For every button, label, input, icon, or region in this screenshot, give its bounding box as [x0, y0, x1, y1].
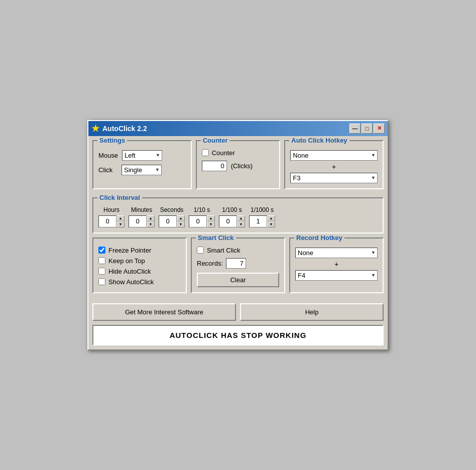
settings-panel: Settings Mouse Left Right Middle Click — [92, 140, 192, 189]
interval-col-hundredth: 1/100 s ▲ ▼ — [219, 206, 245, 227]
hours-input[interactable] — [98, 215, 116, 227]
hotkey-bottom-select[interactable]: F3 F1 F2 F4 F5 — [290, 173, 378, 183]
help-button[interactable]: Help — [240, 303, 384, 321]
tenth-spinner: ▲ ▼ — [189, 215, 215, 227]
record-hotkey-bottom-select[interactable]: F4 F1 F2 F3 F5 — [295, 270, 378, 281]
click-label: Click — [98, 166, 117, 174]
counter-checkbox-label: Counter — [212, 149, 235, 157]
show-autoclk-checkbox[interactable] — [98, 278, 105, 285]
interval-col-tenth: 1/10 s ▲ ▼ — [189, 206, 215, 227]
smartclick-checkbox-label: Smart Click — [207, 247, 240, 254]
interval-col-seconds: Seconds ▲ ▼ — [159, 206, 185, 227]
record-hotkey-top-select[interactable]: None Ctrl Alt Shift — [295, 248, 378, 258]
hundredth-label: 1/100 s — [222, 206, 242, 213]
hundredth-spinner-btns: ▲ ▼ — [237, 215, 245, 227]
thousandth-down-btn[interactable]: ▼ — [267, 221, 275, 227]
records-label: Records: — [197, 260, 223, 267]
hide-autoclk-label: Hide AutoClick — [108, 268, 151, 275]
seconds-up-btn[interactable]: ▲ — [177, 215, 185, 221]
autoclickhotkey-label: Auto Click Hotkey — [289, 137, 349, 144]
smartclick-checkbox-row: Smart Click — [197, 247, 279, 254]
minutes-up-btn[interactable]: ▲ — [147, 215, 155, 221]
interval-col-minutes: Minutes ▲ ▼ — [129, 206, 155, 227]
tenth-input[interactable] — [189, 215, 207, 227]
hours-down-btn[interactable]: ▼ — [116, 221, 125, 227]
keep-on-top-row: Keep on Top — [98, 257, 181, 265]
hide-autoclk-checkbox[interactable] — [98, 268, 105, 275]
seconds-input[interactable] — [159, 215, 177, 227]
thousandth-up-btn[interactable]: ▲ — [267, 215, 275, 221]
clear-button[interactable]: Clear — [197, 273, 279, 287]
thousandth-input[interactable] — [249, 215, 267, 227]
records-row: Records: — [197, 258, 279, 269]
mouse-row: Mouse Left Right Middle — [98, 150, 186, 161]
status-bar: AUTOCLICK HAS STOP WORKING — [92, 325, 384, 345]
hours-label: Hours — [103, 206, 120, 213]
click-row: Click Single Double — [98, 165, 186, 175]
title-controls: — □ ✕ — [349, 124, 385, 134]
keep-on-top-label: Keep on Top — [108, 257, 145, 265]
interval-col-thousandth: 1/1000 s ▲ ▼ — [249, 206, 275, 227]
hundredth-down-btn[interactable]: ▼ — [237, 221, 245, 227]
recordhotkey-panel: Record Hotkey None Ctrl Alt Shift + F4 F… — [289, 238, 384, 293]
hundredth-input[interactable] — [219, 215, 237, 227]
interval-col-hours: Hours ▲ ▼ — [98, 206, 125, 227]
click-select-wrapper: Single Double — [122, 165, 162, 175]
counter-panel: Counter Counter (Clicks) — [196, 140, 281, 189]
click-interval-label: Click Interval — [97, 194, 142, 201]
more-software-button[interactable]: Get More Interest Software — [92, 303, 236, 321]
bottom-buttons: Get More Interest Software Help — [92, 301, 384, 323]
thousandth-spinner: ▲ ▼ — [249, 215, 275, 227]
record-hotkey-top-wrapper: None Ctrl Alt Shift — [295, 248, 378, 258]
show-autoclk-label: Show AutoClick — [108, 278, 154, 286]
app-icon: ★ — [91, 123, 99, 134]
hours-up-btn[interactable]: ▲ — [116, 215, 125, 221]
top-row: Settings Mouse Left Right Middle Click — [92, 140, 384, 193]
main-window: ★ AutoClick 2.2 — □ ✕ Settings Mouse Lef… — [87, 120, 389, 350]
mouse-select-wrapper: Left Right Middle — [122, 150, 162, 161]
hide-autoclk-row: Hide AutoClick — [98, 268, 181, 275]
record-hotkey-plus: + — [295, 260, 378, 268]
close-button[interactable]: ✕ — [374, 124, 385, 134]
options-panel: Freeze Pointer Keep on Top Hide AutoClic… — [92, 238, 187, 293]
minutes-spinner-btns: ▲ ▼ — [147, 215, 155, 227]
mouse-label: Mouse — [98, 152, 118, 159]
window-body: Settings Mouse Left Right Middle Click — [88, 136, 388, 349]
keep-on-top-checkbox[interactable] — [98, 257, 105, 264]
freeze-pointer-row: Freeze Pointer — [98, 247, 181, 254]
app-title: AutoClick 2.2 — [102, 125, 147, 133]
records-input[interactable] — [226, 258, 246, 269]
title-bar-left: ★ AutoClick 2.2 — [91, 123, 147, 134]
clicks-label: (Clicks) — [231, 162, 253, 170]
minutes-spinner: ▲ ▼ — [129, 215, 155, 227]
mouse-select[interactable]: Left Right Middle — [122, 150, 162, 161]
minimize-button[interactable]: — — [349, 124, 361, 134]
minutes-label: Minutes — [131, 206, 152, 213]
hotkey-plus: + — [290, 163, 378, 171]
settings-label: Settings — [97, 137, 127, 144]
counter-checkbox[interactable] — [202, 149, 209, 156]
seconds-label: Seconds — [160, 206, 184, 213]
hotkey-bottom-wrapper: F3 F1 F2 F4 F5 — [290, 173, 378, 183]
title-bar: ★ AutoClick 2.2 — □ ✕ — [88, 121, 388, 136]
thousandth-label: 1/1000 s — [251, 206, 274, 213]
maximize-button[interactable]: □ — [362, 124, 373, 134]
minutes-input[interactable] — [129, 215, 147, 227]
hours-spinner: ▲ ▼ — [98, 215, 125, 227]
hours-spinner-btns: ▲ ▼ — [116, 215, 125, 227]
freeze-pointer-checkbox[interactable] — [98, 247, 105, 254]
freeze-pointer-label: Freeze Pointer — [108, 247, 151, 254]
minutes-down-btn[interactable]: ▼ — [147, 221, 155, 227]
counter-panel-label: Counter — [201, 137, 230, 144]
click-select[interactable]: Single Double — [122, 165, 162, 175]
seconds-down-btn[interactable]: ▼ — [177, 221, 185, 227]
smartclick-checkbox[interactable] — [197, 247, 204, 254]
tenth-label: 1/10 s — [194, 206, 210, 213]
counter-value-row: (Clicks) — [202, 161, 275, 171]
tenth-down-btn[interactable]: ▼ — [207, 221, 215, 227]
hundredth-up-btn[interactable]: ▲ — [237, 215, 245, 221]
hotkey-top-select[interactable]: None Ctrl Alt Shift — [290, 150, 378, 161]
counter-input[interactable] — [202, 161, 227, 171]
thousandth-spinner-btns: ▲ ▼ — [267, 215, 275, 227]
tenth-up-btn[interactable]: ▲ — [207, 215, 215, 221]
